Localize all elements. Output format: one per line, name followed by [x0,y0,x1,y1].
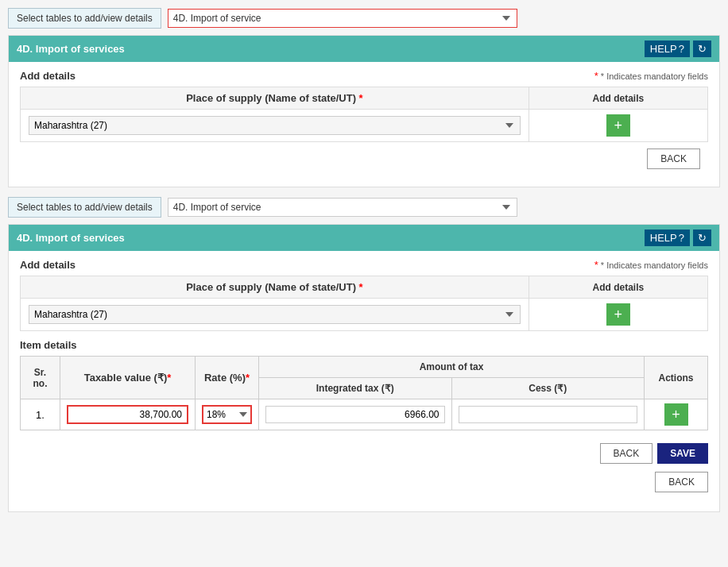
col-rate: Rate (%)* [196,357,259,399]
select-tables-label-bottom: Select tables to add/view details [8,197,161,218]
place-of-supply-dropdown-bottom[interactable]: Maharashtra (27) [29,305,521,324]
integrated-tax-cell[interactable] [259,399,452,430]
mandatory-note-top: * * Indicates mandatory fields [594,70,708,82]
last-back-button[interactable]: BACK [655,472,708,492]
place-of-supply-dropdown-top[interactable]: Maharashtra (27) [29,116,521,135]
help-label-bottom: HELP [650,232,677,244]
add-button-bottom[interactable]: + [606,303,630,326]
taxable-value-input[interactable] [67,405,188,424]
rate-cell[interactable]: 18% [196,399,259,430]
help-label-top: HELP [650,43,677,55]
select-tables-dropdown-bottom[interactable]: 4D. Import of service [168,198,517,217]
add-button-top[interactable]: + [606,114,630,137]
refresh-button-bottom[interactable]: ↻ [693,230,711,246]
col-integrated-tax: Integrated tax (₹) [259,378,452,399]
col-actions: Actions [645,357,708,399]
rate-dropdown[interactable]: 18% [202,405,252,424]
help-button-bottom[interactable]: HELP ? [645,230,690,246]
col-srno: Sr. no. [21,357,60,399]
integrated-tax-input[interactable] [265,406,445,423]
add-details-header-top: Add details [529,87,707,110]
section-header-bottom: 4D. Import of services HELP ? ↻ [9,225,719,251]
col-amount-of-tax: Amount of tax [259,357,645,378]
taxable-value-cell[interactable] [60,399,196,430]
srno-cell: 1. [21,399,60,430]
refresh-icon-bottom: ↻ [698,232,707,244]
select-tables-label-top: Select tables to add/view details [8,8,161,29]
section-title-bottom: 4D. Import of services [17,232,125,244]
add-details-action-cell-bottom: + [529,299,707,331]
save-button[interactable]: SAVE [657,443,708,464]
place-of-supply-header-top: Place of supply (Name of state/UT) * [21,87,529,110]
row-add-button[interactable]: + [664,403,688,426]
place-of-supply-cell-bottom: Maharashtra (27) [21,299,529,331]
col-cess: Cess (₹) [451,378,645,399]
table-row: 1.18%+ [21,399,708,430]
help-icon-bottom: ? [679,232,684,244]
refresh-icon-top: ↻ [698,43,707,55]
section-header-top: 4D. Import of services HELP ? ↻ [9,36,719,62]
back-button-top[interactable]: BACK [647,148,700,169]
place-of-supply-cell-top: Maharashtra (27) [21,110,529,142]
cess-input[interactable] [459,406,638,423]
col-taxable: Taxable value (₹)* [60,357,196,399]
cess-cell[interactable] [451,399,645,430]
section-title-top: 4D. Import of services [17,43,125,55]
add-details-action-cell-top: + [529,110,707,142]
mandatory-note-bottom: * * Indicates mandatory fields [594,259,708,271]
back-button-bottom[interactable]: BACK [600,443,653,464]
help-button-top[interactable]: HELP ? [645,40,690,57]
action-cell: + [645,399,708,430]
select-tables-dropdown-top[interactable]: 4D. Import of service [168,9,517,28]
item-details-title: Item details [20,339,708,351]
add-details-title-bottom: Add details [20,259,76,271]
refresh-button-top[interactable]: ↻ [693,40,711,57]
add-details-title-top: Add details [20,70,76,82]
add-details-header-bottom: Add details [529,276,707,299]
help-icon-top: ? [679,43,684,55]
place-of-supply-header-bottom: Place of supply (Name of state/UT) * [21,276,529,299]
